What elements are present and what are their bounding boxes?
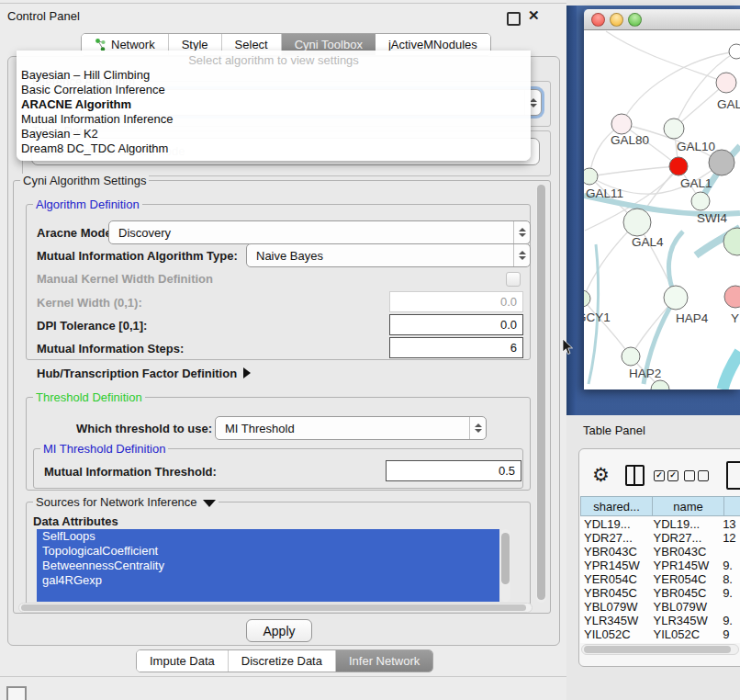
kernel-width-label: Kernel Width (0,1): bbox=[37, 296, 142, 310]
attribute-item[interactable]: SelfLoops bbox=[37, 529, 499, 544]
apply-button[interactable]: Apply bbox=[246, 619, 312, 642]
mi-steps-label: Mutual Information Steps: bbox=[37, 342, 184, 356]
node-label: GAL11 bbox=[586, 186, 623, 200]
manual-kernel-label: Manual Kernel Width Definition bbox=[37, 272, 213, 286]
which-threshold-combo[interactable]: MI Threshold bbox=[215, 416, 487, 440]
table-row[interactable]: YIL052C YIL052C 9 bbox=[580, 627, 740, 641]
column-header[interactable]: shared... bbox=[580, 496, 653, 516]
network-node[interactable] bbox=[664, 119, 684, 139]
close-icon[interactable]: ✕ bbox=[528, 7, 540, 24]
algorithm-list-item[interactable]: Bayesian – K2 bbox=[17, 127, 531, 141]
threshold-definition-title: Threshold Definition bbox=[33, 390, 145, 404]
tab-infer-network[interactable]: Infer Network bbox=[336, 650, 432, 672]
node-label: HAP2 bbox=[629, 367, 661, 380]
network-node[interactable] bbox=[669, 157, 688, 175]
algorithm-prompt: Select algorithm to view settings bbox=[17, 52, 531, 68]
network-node[interactable] bbox=[622, 347, 640, 366]
network-node[interactable] bbox=[611, 114, 632, 134]
attribute-item[interactable]: BetweennessCentrality bbox=[37, 559, 499, 573]
table-body: YDL19... YDL19... 13 YDR27... YDR27... 1… bbox=[580, 517, 740, 643]
hub-definition-toggle[interactable]: Hub/Transcription Factor Definition bbox=[37, 367, 251, 380]
tab-network-label: Network bbox=[111, 38, 155, 51]
float-window-icon[interactable] bbox=[507, 12, 521, 26]
node-label: HAP4 bbox=[676, 311, 709, 325]
combo-stepper-icon bbox=[513, 221, 530, 243]
table-panel-title: Table Panel bbox=[583, 423, 645, 437]
dpi-tolerance-label: DPI Tolerance [0,1]: bbox=[37, 319, 147, 333]
network-node[interactable] bbox=[584, 290, 590, 307]
mi-threshold-field[interactable]: 0.5 bbox=[386, 460, 521, 481]
aracne-mode-combo[interactable]: Discovery bbox=[108, 220, 531, 244]
manual-kernel-checkbox[interactable] bbox=[506, 272, 521, 287]
mi-steps-field[interactable]: 6 bbox=[389, 337, 523, 358]
algorithm-list-item[interactable]: ARACNE Algorithm bbox=[17, 97, 531, 112]
table-row[interactable]: YBL079W YBL079W bbox=[580, 600, 740, 614]
split-columns-icon[interactable] bbox=[625, 465, 645, 486]
table-row[interactable]: YDR27... YDR27... 12 bbox=[580, 531, 740, 545]
document-icon[interactable] bbox=[726, 461, 740, 490]
tab-impute-data[interactable]: Impute Data bbox=[137, 650, 229, 672]
node-label: GCY1 bbox=[584, 310, 611, 324]
cyni-bottom-tabbar: Impute Data Discretize Data Infer Networ… bbox=[136, 649, 433, 672]
network-edge[interactable] bbox=[723, 352, 740, 390]
column-header[interactable] bbox=[724, 496, 740, 516]
attribute-item[interactable]: TopologicalCoefficient bbox=[37, 544, 499, 559]
algorithm-list-item[interactable]: Dream8 DC_TDC Algorithm bbox=[17, 141, 531, 156]
column-header[interactable]: name bbox=[653, 496, 724, 516]
network-node[interactable] bbox=[664, 286, 688, 310]
network-node[interactable] bbox=[691, 192, 710, 210]
select-all-columns-icon[interactable]: ✓✓ bbox=[654, 470, 678, 481]
attribute-item[interactable]: gal4RGexp bbox=[37, 573, 499, 588]
zoom-traffic-light-icon[interactable] bbox=[628, 13, 642, 27]
table-row[interactable]: YBR045C YBR045C 9. bbox=[580, 586, 740, 600]
network-canvas[interactable]: GALGAL80GAL10GAL1GAL11SWI4GAL4GCY1HAP4YH… bbox=[584, 30, 740, 390]
close-traffic-light-icon[interactable] bbox=[591, 13, 605, 27]
node-label: GAL10 bbox=[677, 140, 715, 153]
settings-vertical-scrollbar[interactable] bbox=[536, 184, 546, 603]
kernel-width-field[interactable]: 0.0 bbox=[389, 291, 523, 312]
settings-horizontal-scrollbar[interactable] bbox=[18, 603, 533, 613]
minimize-traffic-light-icon[interactable] bbox=[610, 13, 623, 27]
node-label: GAL bbox=[717, 97, 740, 111]
node-label: SWI4 bbox=[697, 211, 727, 225]
table-horizontal-scrollbar[interactable] bbox=[581, 644, 739, 655]
algorithm-list-item[interactable]: Mutual Information Inference bbox=[17, 112, 531, 127]
network-node[interactable] bbox=[724, 286, 740, 308]
network-node[interactable] bbox=[716, 73, 736, 93]
data-attributes-label: Data Attributes bbox=[33, 514, 118, 528]
table-row[interactable]: YLR345W YLR345W 9. bbox=[580, 614, 740, 627]
mi-threshold-label: Mutual Information Threshold: bbox=[44, 465, 217, 479]
node-label: GAL4 bbox=[632, 235, 664, 249]
node-label: GAL80 bbox=[611, 133, 649, 147]
table-row[interactable]: YER054C YER054C 8. bbox=[580, 572, 740, 586]
algorithm-list: Bayesian – Hill ClimbingBasic Correlatio… bbox=[17, 68, 531, 156]
gear-icon[interactable]: ⚙ bbox=[592, 464, 610, 486]
which-threshold-label: Which threshold to use: bbox=[76, 422, 212, 435]
network-node[interactable] bbox=[623, 209, 651, 236]
application-window: Control Panel ✕ Network Style Select Cyn… bbox=[0, 0, 740, 700]
table-header-row: shared... name bbox=[580, 496, 740, 516]
panel-title: Control Panel bbox=[7, 9, 80, 23]
mi-type-label: Mutual Information Algorithm Type: bbox=[37, 249, 238, 263]
network-edge[interactable] bbox=[584, 299, 631, 356]
tab-discretize-data[interactable]: Discretize Data bbox=[229, 650, 336, 672]
table-row[interactable]: YBR043C YBR043C bbox=[580, 545, 740, 559]
algorithm-list-item[interactable]: Basic Correlation Inference bbox=[17, 83, 531, 97]
algorithm-definition-title: Algorithm Definition bbox=[33, 198, 142, 211]
algorithm-list-item[interactable]: Bayesian – Hill Climbing bbox=[17, 68, 531, 83]
network-window-titlebar[interactable] bbox=[584, 9, 740, 30]
sources-group-title[interactable]: Sources for Network Inference bbox=[33, 495, 219, 509]
deselect-all-columns-icon[interactable] bbox=[684, 470, 709, 481]
dpi-tolerance-field[interactable]: 0.0 bbox=[389, 314, 523, 335]
table-row[interactable]: YDL19... YDL19... 13 bbox=[580, 517, 740, 531]
network-tab-icon bbox=[95, 39, 107, 51]
network-node[interactable] bbox=[584, 168, 598, 185]
mi-type-combo[interactable]: Naive Bayes bbox=[246, 243, 531, 267]
network-edge[interactable] bbox=[589, 166, 678, 176]
network-node[interactable] bbox=[729, 44, 740, 59]
attributes-scrollbar[interactable] bbox=[500, 529, 510, 602]
network-node[interactable] bbox=[709, 150, 734, 175]
table-row[interactable]: YPR145W YPR145W 9. bbox=[580, 559, 740, 572]
minimized-panel-icon[interactable] bbox=[6, 686, 27, 700]
network-view-window: GALGAL80GAL10GAL1GAL11SWI4GAL4GCY1HAP4YH… bbox=[584, 9, 740, 390]
